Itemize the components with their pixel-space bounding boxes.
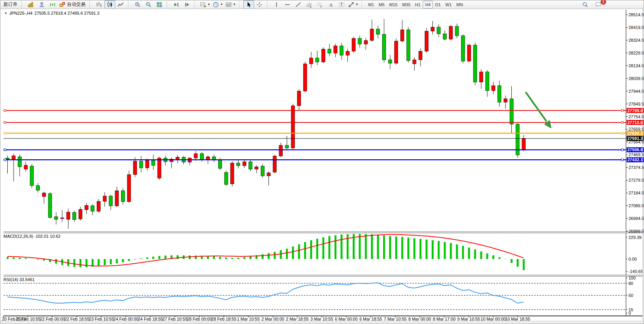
tile-windows-icon [156,2,162,8]
candle-body [340,46,343,55]
fibonacci-button[interactable]: F [314,0,325,9]
price-tick-label: 28039.5 [629,76,644,81]
rsi-panel[interactable]: 1008050150 [3,276,635,315]
candle-body [480,72,483,82]
timeframe-button-m5[interactable]: M5 [376,1,387,9]
svg-text:T: T [340,2,343,7]
new-order-button-label: 新订单 [3,1,18,8]
symbol-dropdown-icon[interactable]: ▼ [4,12,7,15]
candle-body [255,167,258,169]
candle-body [152,160,155,165]
time-axis[interactable]: 20 Feb 202321 Feb 10:5522 Feb 00:0022 Fe… [2,316,642,321]
templates-button[interactable]: ▼ [224,0,237,9]
auto-scroll-icon [173,2,179,8]
candle-body [516,124,519,155]
rsi-indicator-label: RSI(14) 33.5461 [3,277,35,282]
shapes-button[interactable]: ▼ [347,0,360,9]
zoom-out-button[interactable] [143,0,154,9]
rsi-tick-label: 80 [629,281,633,286]
price-tick-label: 27374.5 [629,165,644,170]
chart-canvas[interactable]: 27799.827710.827630.327591.327506.827432… [0,0,644,324]
toolbar-separator [128,1,131,8]
label-button[interactable]: T [336,0,347,9]
chevron-down-icon[interactable]: ▼ [233,3,236,6]
line-chart-button[interactable] [115,0,126,9]
candle-body [334,46,337,53]
timeframe-button-h1[interactable]: H1 [413,1,423,9]
candle-body [346,51,349,55]
auto-scroll-button[interactable] [171,0,182,9]
svg-text:F: F [320,5,322,8]
indicators-button[interactable]: ▼ [199,0,212,9]
timeframe-button-w1[interactable]: W1 [443,1,454,9]
candle-body [237,163,240,166]
macd-panel[interactable]: 229.390.00-140.65 [7,234,643,274]
chevron-down-icon[interactable]: ▼ [355,3,359,6]
timeframe-button-mn[interactable]: MN [454,1,465,9]
tile-windows-button[interactable] [154,0,165,9]
cursor-button[interactable] [243,0,254,9]
price-tick-label: 28134.5 [629,63,644,68]
line-anchor-marker [4,121,6,123]
zoom-in-button[interactable] [132,0,143,9]
timeframe-button-m30[interactable]: M30 [400,1,413,9]
new-order-button[interactable]: 新订单 [2,0,19,9]
trendline-button[interactable] [293,0,304,9]
hline-button[interactable] [282,0,293,9]
status-bar [0,321,644,324]
toolbar-separator [362,1,365,8]
cursor-icon [246,2,252,8]
price-tick-label: 27279.5 [629,178,644,182]
auto-trading-button[interactable]: 自动交易 [58,0,87,9]
candle-body [303,64,307,91]
candle-body [437,27,441,34]
candle-body [431,27,434,31]
candle-body [285,145,289,148]
candle-body [321,49,325,62]
price-tick-label: 28514.5 [629,12,644,17]
candle-body [24,165,27,169]
timeframe-button-h4[interactable]: H4 [423,1,433,9]
timeframe-button-m15[interactable]: M15 [387,1,400,9]
macd-tick-label: 229.39 [629,235,642,240]
candle-body [291,106,295,148]
candle-body [316,58,319,62]
chart-shift-button[interactable] [182,0,193,9]
periods-button[interactable]: ▼ [212,0,224,9]
candle-body [273,156,277,172]
zoom-in-icon [135,2,141,8]
candle-body [419,51,422,60]
chart-title: ▼ JPN225-,H4 27505.5 27618.4 27495.6 275… [4,11,99,15]
charts-button[interactable] [26,0,36,9]
channel-button[interactable]: E [304,0,314,9]
candle-body [328,49,331,53]
svg-text:A: A [329,2,333,7]
signals-icon [50,2,56,8]
horizontal-lines[interactable]: 27799.827710.827630.327591.327506.827432… [3,108,644,162]
search-button[interactable] [580,0,591,9]
symbol-label: JPN225-,H4 [9,11,32,15]
indicators-icon [200,2,206,8]
toolbar-separator [195,1,198,8]
bar-chart-button[interactable] [94,0,104,9]
candle-body [267,173,270,176]
candle-body [85,205,88,210]
text-button[interactable]: A [325,0,336,9]
timeframe-button-d1[interactable]: D1 [433,1,443,9]
profile-button[interactable] [36,0,47,9]
crosshair-button[interactable] [254,0,265,9]
timeframe-button-m1[interactable]: M1 [366,1,376,9]
candle-body [461,36,465,61]
chevron-down-icon[interactable]: ▼ [207,3,210,6]
candle-body [6,158,9,159]
candlestick-button[interactable] [104,0,115,9]
candle-body [492,86,495,91]
candle-body [498,86,501,102]
notifications-button[interactable]: 1 [593,0,604,9]
candle-body [467,45,471,61]
rsi-tick-label: 0 [629,311,631,315]
chevron-down-icon[interactable]: ▼ [220,3,223,6]
signals-button[interactable] [47,0,58,9]
candlestick-icon [107,2,113,8]
vline-button[interactable] [271,0,282,9]
